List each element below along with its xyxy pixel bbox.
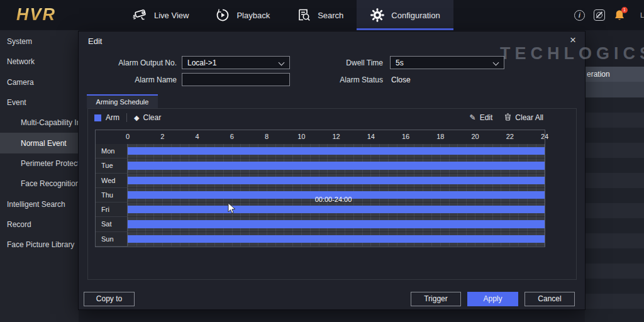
background-table-row: [585, 158, 644, 173]
camera-icon: [131, 8, 148, 22]
background-subheader-row: [585, 82, 644, 97]
schedule-track[interactable]: [128, 217, 545, 231]
sidebar-item-face-picture-library[interactable]: Face Picture Library: [0, 235, 79, 255]
alarm-status-label: Alarm Status: [286, 75, 383, 84]
day-label: Tue: [96, 158, 128, 173]
arm-color-swatch: [94, 114, 101, 121]
info-icon[interactable]: i: [574, 10, 585, 21]
close-icon[interactable]: ×: [566, 33, 580, 47]
armed-period-bar[interactable]: [128, 235, 545, 243]
chevron-down-icon: [279, 60, 285, 66]
background-table-row: [585, 218, 644, 233]
schedule-row-tue: Tue: [96, 158, 545, 173]
background-table-row: [585, 309, 644, 322]
hvr-logo: HVR: [16, 5, 56, 25]
alarm-status-value: Close: [391, 75, 411, 84]
hour-tick-label: 4: [195, 133, 199, 140]
nav-item-live-view[interactable]: Live View: [118, 0, 202, 30]
sidebar-item-face-recognition[interactable]: Face Recognition: [0, 174, 79, 194]
hour-tick-label: 2: [160, 133, 164, 140]
background-table-row: [585, 248, 644, 264]
main-nav: Live ViewPlaybackSearchConfiguration: [118, 0, 453, 30]
clear-all-button[interactable]: Clear All: [504, 113, 543, 123]
trigger-button[interactable]: Trigger: [411, 292, 461, 306]
armed-period-bar[interactable]: [128, 162, 545, 169]
day-label: Thu: [96, 188, 128, 203]
schedule-track[interactable]: [128, 203, 545, 217]
schedule-row-mon: Mon: [96, 144, 545, 158]
nav-item-label: Search: [318, 11, 343, 20]
schedule-row-sat: Sat: [96, 217, 545, 231]
top-bar: HVR Live ViewPlaybackSearchConfiguration…: [0, 0, 644, 30]
copy-to-button[interactable]: Copy to: [84, 292, 135, 306]
sidebar-item-intelligent-search[interactable]: Intelligent Search: [0, 194, 79, 214]
sidebar: SystemNetworkCameraEventMulti-Capability…: [0, 30, 79, 322]
topbar-status-icons: i 1: [574, 0, 625, 30]
hour-tick-label: 8: [265, 133, 269, 140]
nav-item-label: Configuration: [391, 11, 440, 20]
cancel-button[interactable]: Cancel: [525, 292, 575, 306]
sidebar-item-network[interactable]: Network: [0, 52, 79, 72]
alarm-name-label: Alarm Name: [91, 75, 177, 84]
armed-period-bar[interactable]: [128, 147, 545, 155]
clear-tool-label[interactable]: Clear: [143, 113, 161, 122]
background-table-row: [585, 173, 644, 188]
day-label: Fri: [96, 203, 128, 217]
sidebar-item-normal-event[interactable]: Normal Event: [0, 133, 79, 153]
hour-tick-label: 6: [230, 133, 234, 140]
toolbar-divider: [126, 113, 127, 122]
schedule-track[interactable]: [128, 158, 545, 173]
nav-item-search[interactable]: Search: [283, 0, 357, 30]
eraser-icon: ◆: [134, 114, 139, 122]
tab-arming-schedule[interactable]: Arming Schedule: [87, 94, 158, 108]
hour-tick-label: 14: [367, 133, 375, 140]
dwell-time-label: Dwell Time: [286, 58, 383, 67]
dialog-title: Edit: [88, 36, 102, 46]
background-table-row: [585, 203, 644, 218]
hour-tick-label: 12: [332, 133, 340, 140]
schedule-track[interactable]: [128, 174, 545, 188]
trash-icon: [504, 113, 511, 123]
alarm-name-input[interactable]: [182, 73, 290, 86]
apply-button[interactable]: Apply: [467, 292, 518, 306]
dwell-time-select[interactable]: 5s: [390, 56, 504, 69]
background-column-header: eration: [585, 67, 644, 82]
schedule-track[interactable]: [128, 144, 545, 158]
schedule-grid[interactable]: 024681012141618202224 MonTueWedThuFriSat…: [95, 130, 545, 247]
arm-tool-label[interactable]: Arm: [106, 113, 119, 122]
nav-item-configuration[interactable]: Configuration: [357, 0, 453, 30]
sidebar-item-record[interactable]: Record: [0, 214, 79, 235]
background-table-row: [585, 279, 644, 294]
pencil-icon: ✎: [470, 113, 476, 122]
schedule-toolbar-right: ✎ Edit Clear All: [470, 111, 543, 124]
background-table-row: [585, 294, 644, 309]
alarm-output-select[interactable]: Local->1: [182, 56, 290, 69]
sidebar-item-event[interactable]: Event: [0, 92, 79, 113]
background-table-row: [585, 233, 644, 248]
gear-icon: [370, 8, 385, 23]
sidebar-item-system[interactable]: System: [0, 31, 79, 52]
hour-tick-label: 22: [506, 133, 514, 140]
background-table-row: [585, 128, 644, 143]
clipped-user-label: L: [640, 11, 644, 19]
nav-item-playback[interactable]: Playback: [202, 0, 283, 30]
edit-schedule-button[interactable]: ✎ Edit: [470, 113, 493, 122]
sidebar-item-perimeter-protecti[interactable]: Perimeter Protecti: [0, 153, 79, 174]
alarm-bell-icon[interactable]: 1: [614, 9, 625, 21]
screen-off-icon[interactable]: [594, 9, 605, 21]
background-table-row: [585, 97, 644, 113]
armed-period-bar[interactable]: [128, 206, 545, 213]
alarm-output-value: Local->1: [187, 58, 216, 67]
schedule-toolbar-left: Arm ◆ Clear: [94, 111, 161, 124]
hour-axis: 024681012141618202224: [96, 130, 545, 144]
schedule-track[interactable]: [128, 232, 545, 247]
background-table-row: [585, 188, 644, 203]
sidebar-item-camera[interactable]: Camera: [0, 72, 79, 92]
sidebar-item-multi-capability-int[interactable]: Multi-Capability Int: [0, 113, 79, 133]
alarm-output-label: Alarm Output No.: [91, 58, 177, 67]
mouse-cursor: [228, 203, 236, 217]
armed-period-bar[interactable]: [128, 177, 545, 184]
schedule-tooltip: 00:00-24:00: [283, 196, 384, 203]
day-label: Sun: [96, 232, 128, 247]
armed-period-bar[interactable]: [128, 220, 545, 228]
